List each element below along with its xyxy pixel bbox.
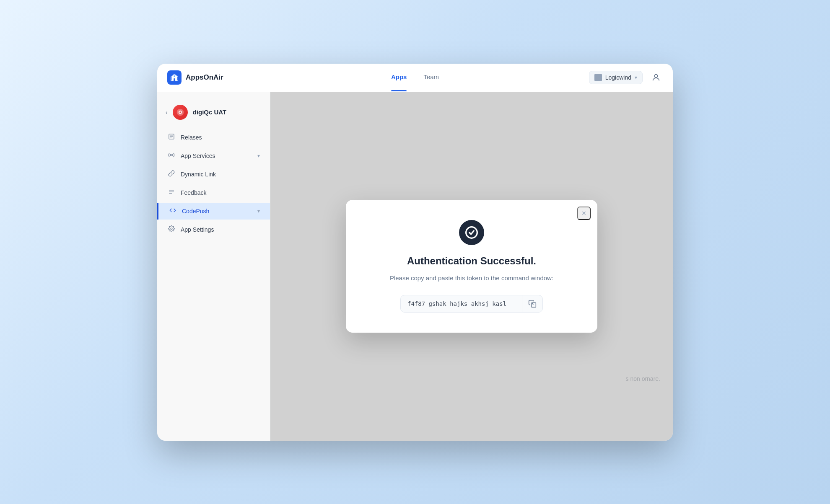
svg-point-6 [171,154,172,156]
svg-point-1 [654,75,657,78]
workspace-chevron-icon: ▾ [635,75,637,80]
top-bar: AppsOnAir Apps Team Logicwind ▾ [157,64,673,92]
token-area [400,295,543,313]
sidebar-item-feedback[interactable]: Feedback [157,184,270,201]
codepush-icon [169,207,177,215]
success-icon [459,220,484,245]
sidebar: ‹ digiQc UAT Relases [157,92,270,441]
modal-wrapper: × Authentication Successful. Please copy… [270,92,673,441]
sidebar-item-releases[interactable]: Relases [157,129,270,146]
releases-icon [167,133,176,142]
top-right: Logicwind ▾ [579,71,663,84]
app-services-icon [167,152,176,160]
app-settings-icon [167,225,176,234]
svg-point-4 [179,111,181,113]
user-profile-button[interactable] [649,71,663,84]
nav-team[interactable]: Team [423,73,439,82]
app-avatar [173,105,188,120]
sidebar-item-app-services[interactable]: App Services ▾ [157,147,270,164]
svg-rect-9 [532,302,536,307]
app-services-label: App Services [181,152,215,159]
modal-title: Authentication Successful. [407,255,536,267]
page-content: s non ornare. × Authenticatio [270,92,673,441]
copy-token-button[interactable] [522,295,542,312]
logo-area: AppsOnAir [167,70,251,85]
close-icon: × [582,209,586,218]
feedback-label: Feedback [181,189,206,196]
dynamic-link-label: Dynamic Link [181,171,216,178]
app-services-chevron-icon: ▾ [257,153,260,159]
logo-icon [167,70,182,85]
sidebar-item-app-settings[interactable]: App Settings [157,221,270,238]
sidebar-app-name: digiQc UAT [193,109,227,116]
token-input[interactable] [401,295,522,312]
sidebar-item-dynamic-link[interactable]: Dynamic Link [157,166,270,183]
logo-text: AppsOnAir [186,73,223,82]
sidebar-back-button[interactable]: ‹ [166,109,168,116]
app-settings-label: App Settings [181,226,214,233]
svg-point-0 [174,75,175,77]
top-nav: Apps Team [251,73,579,82]
modal-close-button[interactable]: × [577,207,591,220]
codepush-chevron-icon: ▾ [257,208,260,214]
modal-description: Please copy and paste this token to the … [390,274,553,283]
sidebar-app-header: ‹ digiQc UAT [157,101,270,124]
nav-apps[interactable]: Apps [391,73,407,82]
svg-point-7 [171,228,172,230]
app-window: AppsOnAir Apps Team Logicwind ▾ [157,64,673,441]
auth-success-modal: × Authentication Successful. Please copy… [346,200,597,333]
dynamic-link-icon [167,170,176,178]
workspace-name: Logicwind [605,74,631,81]
workspace-icon [594,74,602,81]
workspace-selector[interactable]: Logicwind ▾ [589,71,643,84]
main-content: ‹ digiQc UAT Relases [157,92,673,441]
sidebar-item-codepush[interactable]: CodePush ▾ [157,203,270,220]
releases-label: Relases [181,134,202,141]
codepush-label: CodePush [182,208,209,215]
feedback-icon [167,189,176,197]
